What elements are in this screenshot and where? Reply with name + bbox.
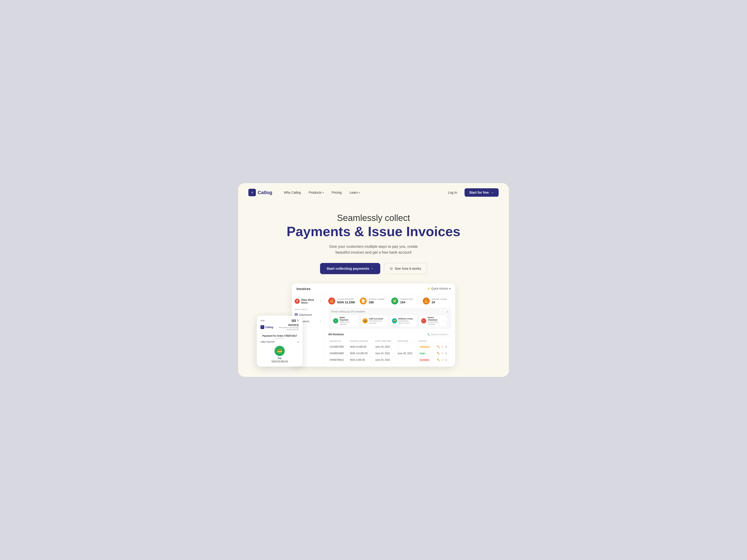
invoice-date-created-1: June 24, 2022 [374, 344, 396, 350]
table-header-row: INVOICE ID INVOICE AMOUNT DATE CREATED D… [328, 339, 452, 344]
store-chevron-icon: ∨ [320, 300, 321, 302]
see-how-it-works-button[interactable]: ⊙ See how it works [384, 263, 427, 274]
hero-description: Give your customers multiple ways to pay… [322, 244, 425, 256]
invoice-actions-1: ✏️ ⊡ 🗑 [435, 344, 452, 350]
main-card: ≡ Catlog Why Catlog Products ▾ Pricing L… [238, 183, 509, 377]
products-expand-icon: ∨ [320, 320, 321, 322]
nav-why-catlog[interactable]: Why Catlog [281, 189, 304, 196]
mobile-logo-row: ≡ Catlog INVOICE Marc Address, Abuja, Ab… [260, 324, 299, 331]
mobile-preview-card: 9:41 ▌▌▌ ☰ ≡ Catlog INVOICE Marc Address… [257, 316, 303, 367]
mobile-signal-icon: ▌▌▌ ☰ [292, 319, 299, 322]
invoice-id-3: #3456789012 [328, 356, 349, 363]
step-payment-icon: ✓ [333, 318, 338, 323]
invoices-header: All Invoices 🔍 Search Invoices... [328, 332, 452, 337]
step-checkout-name: Direct Checkout [428, 316, 442, 321]
step-accounts-icon: 📦 [363, 318, 368, 323]
amount-value: NGN 12.25M [337, 300, 355, 304]
table-row: #1234567890 NGN 24,000.00 June 24, 2022 … [328, 344, 452, 350]
setup-step-delivery[interactable]: 🚚 Delivery Areas Add delivery areas & Fe… [390, 315, 417, 327]
invoice-amount-1: NGN 24,000.00 [349, 344, 374, 350]
dashboard-title: Invoices [297, 287, 310, 291]
hero-section: Seamlessly collect Payments & Issue Invo… [238, 202, 509, 284]
setup-banner: Finish setting up 2/5 complete ✓ Make Pa… [328, 308, 452, 329]
setup-step-payment[interactable]: ✓ Make Payment Make a test payment › [331, 315, 359, 327]
hero-subtitle: Seamlessly collect [248, 213, 499, 223]
step-checkout-icon: 🛒 [421, 318, 426, 323]
mobile-amount: NGN 50,600.00 [272, 360, 288, 363]
start-free-button[interactable]: Start for free → [465, 188, 499, 197]
col-actions [435, 339, 452, 344]
invoice-amount-2: NGN 114,000.00 [349, 350, 374, 356]
nav-links: Why Catlog Products ▾ Pricing Learn ▾ [281, 189, 444, 196]
amount-label: Amount Received [337, 298, 355, 300]
search-invoices-box[interactable]: 🔍 Search Invoices... [425, 332, 452, 337]
invoices-table: INVOICE ID INVOICE AMOUNT DATE CREATED D… [328, 339, 452, 363]
setup-banner-content: Finish setting up 2/5 complete ✓ Make Pa… [331, 310, 446, 327]
delete-icon-3[interactable]: 🗑 [445, 358, 447, 361]
logo-text: Catlog [258, 190, 272, 195]
view-icon-3[interactable]: ⊡ [441, 358, 443, 362]
view-icon-2[interactable]: ⊡ [441, 352, 443, 355]
logo[interactable]: ≡ Catlog [248, 189, 272, 196]
setup-step-checkout[interactable]: 🛒 Direct Checkout Enable direct checkout… [419, 315, 446, 327]
step-accounts-arrow: › [385, 319, 386, 322]
invoice-date-paid-3: - [396, 356, 417, 363]
nav-pricing[interactable]: Pricing [329, 189, 345, 196]
invoice-actions-3: ✏️ ⊡ 🗑 [435, 356, 452, 363]
mobile-pay-label: Pay [278, 357, 282, 359]
stat-invoices-paid: ✅ Invoices Paid 154 [391, 297, 420, 304]
sidebar-store[interactable]: S Silas Shoe Store ∨ [292, 297, 324, 305]
setup-collapse-icon[interactable]: ∧ [446, 310, 449, 313]
hero-title: Payments & Issue Invoices [248, 224, 499, 239]
nav-products[interactable]: Products ▾ [306, 189, 327, 196]
created-icon: 📄 [360, 297, 367, 304]
edit-icon-1[interactable]: ✏️ [437, 345, 440, 348]
nav-right: Log In Start for free → [444, 188, 499, 197]
invoice-date-paid-2: June 28, 2022 [396, 350, 417, 356]
nav-learn[interactable]: Learn ▾ [346, 189, 363, 196]
learn-chevron-icon: ▾ [359, 191, 360, 194]
store-avatar: S [294, 299, 300, 304]
step-accounts-name: Add Accounts [369, 318, 384, 320]
col-invoice-id: INVOICE ID [328, 339, 349, 344]
invoice-date-created-2: June 24, 2022 [374, 350, 396, 356]
store-name: Silas Shoe Store [301, 298, 318, 304]
setup-step-accounts[interactable]: 📦 Add Accounts Add withdrawal accounts › [360, 315, 388, 327]
edit-icon-3[interactable]: ✏️ [437, 358, 440, 362]
sidebar-dashboard-label: Dashboard [299, 313, 312, 316]
desktop-dashboard-card: Invoices ⚡ Quick Actions ▾ S Silas Shoe … [292, 284, 455, 367]
mobile-pay-section: 💳 Pay NGN 50,600.00 [260, 346, 299, 363]
stat-invoices-created: 📄 Invoices Created 188 [360, 297, 388, 304]
unpaid-label: Invoices Unpaid [432, 298, 446, 300]
hero-buttons: Start collecting payments → ⊙ See how it… [248, 263, 499, 274]
invoice-status-3: EXPIRED [417, 356, 435, 363]
col-date-created: DATE CREATED [374, 339, 396, 344]
step-delivery-arrow: › [414, 319, 415, 322]
delete-icon-1[interactable]: 🗑 [445, 345, 447, 348]
dashboard-header: Invoices ⚡ Quick Actions ▾ [292, 284, 455, 294]
edit-icon-2[interactable]: ✏️ [437, 352, 440, 355]
navbar: ≡ Catlog Why Catlog Products ▾ Pricing L… [238, 183, 509, 202]
quick-actions-button[interactable]: ⚡ Quick Actions ▾ [427, 287, 450, 290]
step-payment-desc: Make a test payment [340, 321, 354, 325]
invoices-section: All Invoices 🔍 Search Invoices... INVOIC… [328, 332, 452, 363]
mobile-logo-icon: ≡ [260, 325, 264, 329]
mobile-invoice-title: INVOICE [279, 324, 299, 326]
quick-actions-chevron-icon: ▾ [449, 287, 450, 290]
mobile-address: Marc Address, Abuja, Abuja+2347812345678 [279, 326, 299, 331]
mobile-time: 9:41 [260, 319, 265, 322]
stat-amount-received: 💰 Amount Received NGN 12.25M [328, 297, 357, 304]
step-checkout-desc: Enable direct checkout [428, 321, 442, 325]
start-collecting-button[interactable]: Start collecting payments → [320, 263, 380, 274]
login-button[interactable]: Log In [444, 189, 461, 196]
invoice-id-1: #1234567890 [328, 344, 349, 350]
step-payment-name: Make Payment [340, 316, 354, 321]
view-icon-1[interactable]: ⊡ [441, 345, 443, 348]
mobile-status-bar: 9:41 ▌▌▌ ☰ [260, 319, 299, 322]
unpaid-value: 24 [432, 300, 446, 304]
mobile-make-payment-row: Make Payment ∨ [260, 341, 299, 343]
delete-icon-2[interactable]: 🗑 [445, 352, 447, 355]
preview-area: 9:41 ▌▌▌ ☰ ≡ Catlog INVOICE Marc Address… [238, 284, 509, 367]
unpaid-icon: ⚠️ [423, 297, 430, 304]
amount-icon: 💰 [328, 297, 335, 304]
